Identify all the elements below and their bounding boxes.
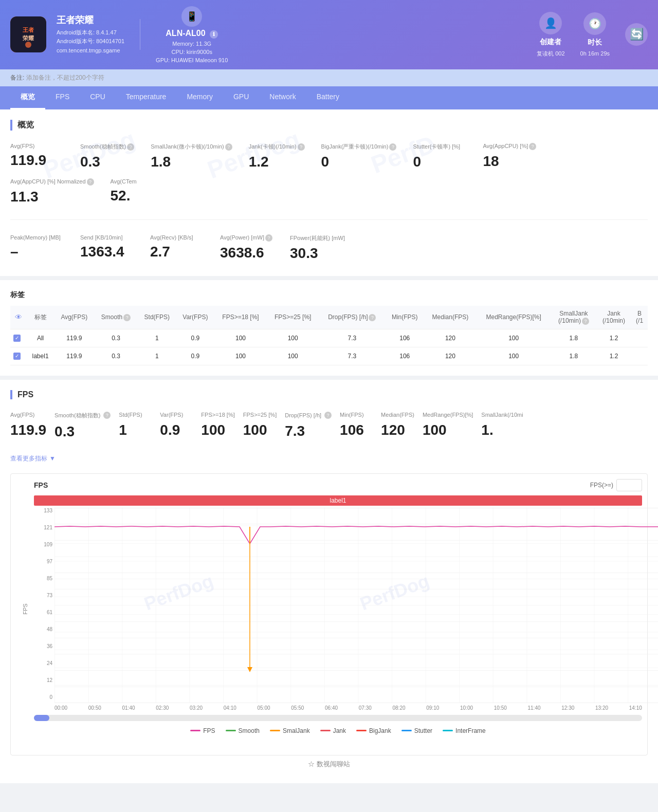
chart-legend: FPS Smooth SmalJank Jank BigJank Stutter [34,727,642,734]
fps-stat-medrange-label: MedRange(FPS)[%] [423,412,473,418]
stat-fpower: FPower(耗能耗) [mW] 30.3 [290,230,353,266]
jank-info-icon[interactable]: ? [298,143,305,151]
creator-label: 创建者 [540,38,561,47]
tab-overview[interactable]: 概览 [10,86,45,109]
app-android-build: Android版本号: 804014701 [57,37,124,46]
legend-stutter-color [401,730,412,731]
history-stat[interactable]: 🔄 [625,23,648,46]
fps-input[interactable] [616,479,642,491]
stat-avg-power: Avg(Power) [mW]? 3638.6 [220,230,282,266]
smooth-info-icon[interactable]: ? [127,143,134,151]
label-band: label1 [34,495,642,506]
td-tag-label1: label1 [27,347,54,365]
checkbox-all[interactable]: ✓ [13,335,21,342]
legend-jank-label: Jank [333,727,346,734]
device-info-icon[interactable]: ℹ [210,30,218,39]
overview-section: PerfDog PerfDog PerfD 概览 Avg(FPS) 119.9 … [0,109,658,280]
th-avgfps: Avg(FPS) [54,306,94,329]
more-metrics-button[interactable]: 查看更多指标 ▼ [10,454,648,463]
bigjank-info-icon[interactable]: ? [389,143,396,151]
fps-stat-drop-label: Drop(FPS) [/h]? [285,412,332,419]
td-checkbox-all[interactable]: ✓ [10,329,27,347]
td-dropfps-label1: 7.3 [319,347,386,365]
td-avgfps-label1: 119.9 [54,347,94,365]
smalljank-info-icon[interactable]: ? [225,143,232,151]
stat-avg-appcpu-label: Avg(AppCPU) [%]? [483,143,536,150]
td-smalljank-label1: 1.8 [551,347,596,365]
duration-stat: 🕐 时长 0h 16m 29s [580,12,610,57]
scrollbar-thumb[interactable] [34,715,49,721]
stat-bigjank-value: 0 [321,154,397,170]
legend-fps-label: FPS [203,727,215,734]
tags-table-header: 👁 标签 Avg(FPS) Smooth? Std(FPS) Var(FPS) … [10,306,648,329]
stat-send: Send [KB/10min] 1363.4 [80,230,142,266]
th-eye: 👁 [10,306,27,329]
tab-cpu[interactable]: CPU [80,86,116,109]
notes-bar: 备注: 添加备注，不超过200个字符 [0,69,658,86]
tab-network[interactable]: Network [259,86,306,109]
device-memory: Memory: 11.3G [172,41,211,47]
stat-avg-power-value: 3638.6 [220,245,273,261]
checkbox-label1[interactable]: ✓ [13,353,21,360]
fps-filter: FPS(>=) [590,479,642,491]
table-row: ✓ label1 119.9 0.3 1 0.9 100 100 7.3 106… [10,347,648,365]
legend-jank-color [320,730,331,731]
th-dropfps-info[interactable]: ? [369,314,376,321]
tab-memory[interactable]: Memory [176,86,223,109]
tab-fps[interactable]: FPS [45,86,80,109]
fps-stat-var: Var(FPS) 0.9 [160,408,201,444]
tags-table: 👁 标签 Avg(FPS) Smooth? Std(FPS) Var(FPS) … [10,306,648,365]
th-fps25: FPS>=25 [%] [267,306,319,329]
fps-stat-smalljank: SmallJank(/10mi 1. [481,408,531,444]
power-info-icon[interactable]: ? [265,234,272,242]
fps-stat-avg-value: 119.9 [10,422,46,438]
td-smooth-label1: 0.3 [94,347,138,365]
fps-stat-smalljank-value: 1. [481,422,523,438]
th-tag: 标签 [27,306,54,329]
stat-smooth-label: Smooth(稳帧指数)? [80,143,134,151]
chart-scrollbar[interactable] [34,715,642,721]
fps-drop-info[interactable]: ? [324,412,332,419]
td-checkbox-label1[interactable]: ✓ [10,347,27,365]
th-smooth-info[interactable]: ? [123,314,131,321]
legend-smooth-label: Smooth [239,727,260,734]
fps-section: FPS Avg(FPS) 119.9 Smooth(稳帧指数)? 0.3 Std… [0,380,658,783]
chart-header: FPS FPS(>=) [34,479,642,491]
td-medrange-label1: 100 [476,347,551,365]
history-icon: 🔄 [625,23,648,46]
tab-gpu[interactable]: GPU [223,86,259,109]
td-fps25-all: 100 [267,329,319,347]
th-smalljank-info[interactable]: ? [582,318,589,325]
fps-stat-fps18: FPS>=18 [%] 100 [201,408,243,444]
svg-text:王者: 王者 [23,27,34,33]
stat-smooth: Smooth(稳帧指数)? 0.3 [80,139,142,174]
fps-stat-median-label: Median(FPS) [381,412,414,418]
tab-battery[interactable]: Battery [306,86,350,109]
notes-label: 备注: [10,74,24,81]
stat-smalljank: SmallJank(微小卡顿)(/10min)? 1.8 [151,139,240,174]
stat-send-label: Send [KB/10min] [80,234,134,241]
chevron-down-icon: ▼ [49,455,56,462]
app-android-version: Android版本名: 8.4.1.47 [57,28,124,38]
fps-stat-std: Std(FPS) 1 [119,408,160,444]
legend-bigjank-label: BigJank [369,727,391,734]
fps-stat-fps18-label: FPS>=18 [%] [201,412,234,418]
appcpu-norm-info-icon[interactable]: ? [87,178,94,186]
fps-stat-var-value: 0.9 [160,422,193,438]
td-jank-all: 1.2 [596,329,631,347]
fps-stat-min: Min(FPS) 106 [340,408,381,444]
stat-peak-memory-label: Peak(Memory) [MB] [10,234,64,241]
overview-stats-row1: Avg(FPS) 119.9 Smooth(稳帧指数)? 0.3 SmallJa… [10,139,648,220]
app-header: 王者 荣耀 王者荣耀 Android版本名: 8.4.1.47 Android版… [0,0,658,69]
td-stdfps-all: 1 [138,329,176,347]
th-varfps: Var(FPS) [176,306,215,329]
tab-temperature[interactable]: Temperature [116,86,177,109]
stat-bigjank: BigJank(严重卡顿)(/10min)? 0 [321,139,405,174]
tags-section: 标签 👁 标签 Avg(FPS) Smooth? Std(FPS) Var(FP… [0,280,658,380]
fps-section-title: FPS [10,390,648,399]
td-dropfps-all: 7.3 [319,329,386,347]
legend-smooth-color [226,730,236,731]
appcpu-info-icon[interactable]: ? [529,143,536,150]
fps-smooth-info[interactable]: ? [103,412,111,419]
stat-bigjank-label: BigJank(严重卡顿)(/10min)? [321,143,397,151]
